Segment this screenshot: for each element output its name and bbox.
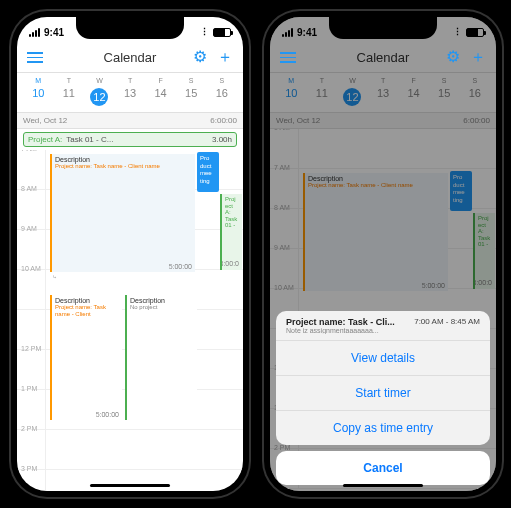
- cancel-button[interactable]: Cancel: [276, 451, 490, 485]
- event-block: Proj ect A: Task 01 - 3:00:0: [473, 213, 495, 289]
- action-sheet: Project name: Task - Cli... Note iz assi…: [276, 311, 490, 485]
- start-timer-button[interactable]: Start timer: [276, 376, 490, 411]
- event-block[interactable]: Proj ect A: Task 01 - 3:00:0: [220, 194, 242, 270]
- date-label: Wed, Oct 12: [23, 116, 210, 125]
- copy-time-entry-button[interactable]: Copy as time entry: [276, 411, 490, 445]
- week-selector: M10 T11 W12 T13 F14 S15 S16: [270, 73, 496, 113]
- status-time: 9:41: [44, 27, 64, 38]
- add-button[interactable]: ＋: [217, 47, 233, 68]
- event-block[interactable]: Description Project name: Task name - Cl…: [50, 295, 122, 420]
- menu-button[interactable]: [27, 52, 43, 63]
- view-details-button[interactable]: View details: [276, 341, 490, 376]
- status-time: 9:41: [297, 27, 317, 38]
- allday-header: Wed, Oct 12 6:00:00: [17, 113, 243, 129]
- sheet-time-range: 7:00 AM - 8:45 AM: [414, 317, 480, 326]
- settings-button[interactable]: ⚙: [446, 47, 460, 68]
- event-block: Pro duct mee ting: [450, 171, 472, 211]
- battery-icon: [213, 28, 231, 37]
- event-block[interactable]: Pro duct mee ting: [197, 152, 219, 192]
- menu-button[interactable]: [280, 52, 296, 63]
- event-block: Description Project name: Task name - Cl…: [303, 173, 448, 291]
- bluetooth-icon: ⋮: [200, 27, 209, 37]
- sheet-note: Note iz assignmentaaaaaaa...: [286, 327, 406, 334]
- week-selector[interactable]: M10 T11 W12 T13 F14 S15 S16: [17, 73, 243, 113]
- nav-bar: Calendar ⚙ ＋: [17, 43, 243, 73]
- allday-event[interactable]: Project A: Task 01 - C... 3.00h: [23, 132, 237, 147]
- sheet-header: Project name: Task - Cli... Note iz assi…: [276, 311, 490, 341]
- allday-header: Wed, Oct 12 6:00:00: [270, 113, 496, 129]
- timeline[interactable]: 7 AM 8 AM 9 AM 10 AM 12 PM 1 PM 2 PM 3 P…: [17, 150, 243, 490]
- settings-button[interactable]: ⚙: [193, 47, 207, 68]
- event-block[interactable]: Description Project name: Task name - Cl…: [50, 154, 195, 272]
- mini-hour: ⤷: [50, 272, 59, 281]
- bluetooth-icon: ⋮: [453, 27, 462, 37]
- home-indicator[interactable]: [343, 484, 423, 487]
- home-indicator[interactable]: [90, 484, 170, 487]
- sheet-title: Project name: Task - Cli...: [286, 317, 406, 327]
- allday-total: 6:00:00: [210, 116, 237, 125]
- event-block[interactable]: Description No project: [125, 295, 197, 420]
- nav-bar: Calendar ⚙ ＋: [270, 43, 496, 73]
- battery-icon: [466, 28, 484, 37]
- add-button[interactable]: ＋: [470, 47, 486, 68]
